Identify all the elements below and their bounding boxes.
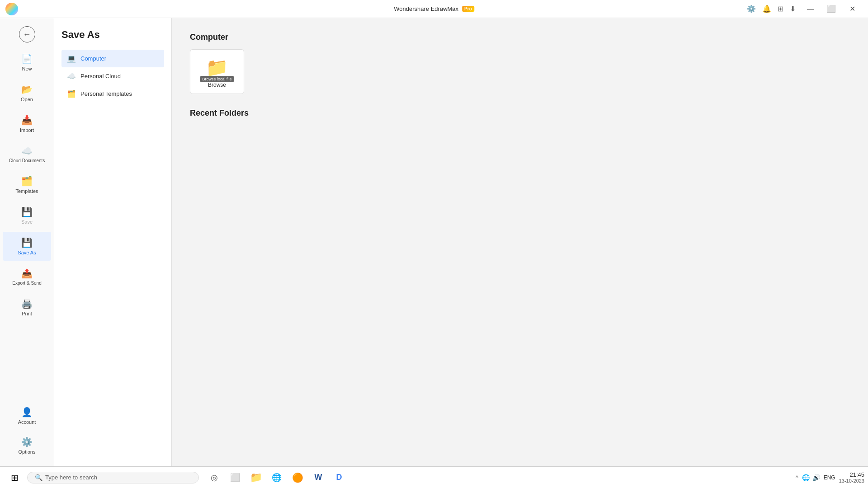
taskbar: ⊞ 🔍 Type here to search ◎ ⬜ 📁 🌐 🟠 W D ^ … bbox=[0, 466, 868, 488]
sidebar-item-label-import: Import bbox=[20, 127, 34, 133]
taskbar-app-chrome[interactable]: 🟠 bbox=[288, 468, 307, 488]
open-icon: 📂 bbox=[21, 84, 33, 95]
taskbar-app-word[interactable]: W bbox=[308, 468, 328, 488]
user-avatar[interactable] bbox=[5, 3, 18, 15]
download-icon[interactable]: ⬇ bbox=[790, 5, 796, 13]
settings-icon[interactable]: ⚙️ bbox=[747, 5, 756, 13]
start-icon: ⊞ bbox=[11, 472, 19, 483]
taskbar-app-fileexplorer[interactable]: 📁 bbox=[246, 468, 266, 488]
titlebar-right: ⚙️ 🔔 ⊞ ⬇ — ⬜ ✕ bbox=[747, 2, 863, 16]
tray-clock[interactable]: 21:45 13-10-2023 bbox=[839, 471, 864, 483]
new-icon: 📄 bbox=[21, 53, 33, 64]
personal-cloud-icon: ☁️ bbox=[67, 72, 76, 80]
save-icon: 💾 bbox=[21, 206, 33, 217]
sidebar-item-label-cloud: Cloud Documents bbox=[9, 158, 45, 163]
window-controls: — ⬜ ✕ bbox=[800, 2, 863, 16]
titlebar: Wondershare EdrawMax Pro ⚙️ 🔔 ⊞ ⬇ — ⬜ ✕ bbox=[0, 0, 868, 18]
search-icon: 🔍 bbox=[35, 474, 42, 481]
sidebar-item-label-account: Account bbox=[18, 419, 36, 425]
sidebar-item-options[interactable]: ⚙️ Options bbox=[3, 431, 51, 460]
bell-icon[interactable]: 🔔 bbox=[762, 5, 771, 13]
tray-date: 13-10-2023 bbox=[839, 478, 864, 483]
sidebar-item-export[interactable]: 📤 Export & Send bbox=[3, 263, 51, 291]
taskbar-apps: ◎ ⬜ 📁 🌐 🟠 W D bbox=[204, 468, 349, 488]
sidebar-item-new[interactable]: 📄 New bbox=[3, 48, 51, 77]
browse-card[interactable]: 📁 Browse local file Browse bbox=[190, 49, 244, 94]
sidebar-item-saveas[interactable]: 💾 Save As bbox=[3, 232, 51, 261]
toolbar-icons: ⚙️ 🔔 ⊞ ⬇ bbox=[747, 5, 796, 13]
print-icon: 🖨️ bbox=[21, 298, 33, 309]
maximize-button[interactable]: ⬜ bbox=[821, 2, 842, 16]
folder-icon: 📁 bbox=[206, 57, 228, 78]
taskbar-app-edrawmax[interactable]: D bbox=[329, 468, 349, 488]
titlebar-center: Wondershare EdrawMax Pro bbox=[394, 5, 474, 12]
export-icon: 📤 bbox=[21, 268, 33, 279]
taskbar-app-edge[interactable]: 🌐 bbox=[267, 468, 287, 488]
pro-badge: Pro bbox=[462, 6, 474, 12]
taskbar-app-search[interactable]: ◎ bbox=[204, 468, 224, 488]
nav-back[interactable]: ← bbox=[0, 22, 54, 47]
sidebar-item-label-open: Open bbox=[21, 97, 33, 102]
section-heading-recent: Recent Folders bbox=[190, 108, 850, 118]
sidebar-item-label-templates: Templates bbox=[15, 188, 38, 194]
tray-speaker-icon[interactable]: 🔊 bbox=[812, 474, 820, 481]
cloud-icon: ☁️ bbox=[21, 145, 33, 156]
sidebar-item-account[interactable]: 👤 Account bbox=[3, 401, 51, 430]
tray-network-icon[interactable]: 🌐 bbox=[802, 474, 810, 481]
left-nav: ← 📄 New 📂 Open 📥 Import ☁️ Cloud Documen… bbox=[0, 18, 54, 466]
panel-title: Save As bbox=[61, 29, 164, 41]
panel-item-computer[interactable]: 💻 Computer bbox=[61, 50, 164, 67]
tray-icons: 🌐 🔊 bbox=[802, 474, 820, 481]
personal-templates-icon: 🗂️ bbox=[67, 89, 76, 98]
panel-item-label-computer: Computer bbox=[80, 55, 106, 62]
options-icon: ⚙️ bbox=[21, 436, 33, 447]
sidebar-item-print[interactable]: 🖨️ Print bbox=[3, 293, 51, 322]
back-button[interactable]: ← bbox=[19, 26, 35, 42]
minimize-button[interactable]: — bbox=[800, 2, 821, 16]
panel-item-label-personal-cloud: Personal Cloud bbox=[80, 73, 121, 80]
close-button[interactable]: ✕ bbox=[842, 2, 863, 16]
sidebar-item-import[interactable]: 📥 Import bbox=[3, 109, 51, 138]
section-heading-computer: Computer bbox=[190, 33, 850, 42]
search-placeholder: Type here to search bbox=[45, 474, 97, 481]
taskbar-search[interactable]: 🔍 Type here to search bbox=[27, 472, 199, 483]
taskbar-app-taskview[interactable]: ⬜ bbox=[225, 468, 245, 488]
panel-item-personal-templates[interactable]: 🗂️ Personal Templates bbox=[61, 85, 164, 103]
panel-section: 💻 Computer ☁️ Personal Cloud 🗂️ Personal… bbox=[61, 50, 164, 103]
tray-language[interactable]: ENG bbox=[824, 474, 835, 481]
grid-icon[interactable]: ⊞ bbox=[778, 5, 783, 13]
browse-overlay-label: Browse local file bbox=[200, 76, 233, 82]
sidebar-item-label-options: Options bbox=[19, 449, 36, 455]
app-title: Wondershare EdrawMax bbox=[394, 5, 458, 12]
middle-panel: Save As 💻 Computer ☁️ Personal Cloud 🗂️ … bbox=[54, 18, 172, 466]
sidebar-item-templates[interactable]: 🗂️ Templates bbox=[3, 170, 51, 199]
browse-card-label: Browse bbox=[208, 82, 226, 88]
main-content: Computer 📁 Browse local file Browse Rece… bbox=[172, 18, 868, 466]
sidebar-item-open[interactable]: 📂 Open bbox=[3, 79, 51, 108]
taskbar-tray: ^ 🌐 🔊 ENG 21:45 13-10-2023 bbox=[796, 471, 864, 483]
sidebar-item-cloud[interactable]: ☁️ Cloud Documents bbox=[3, 140, 51, 169]
sidebar-item-label-export: Export & Send bbox=[12, 281, 41, 286]
computer-icon: 💻 bbox=[67, 54, 76, 63]
tray-time: 21:45 bbox=[839, 471, 864, 478]
tray-chevron[interactable]: ^ bbox=[796, 474, 798, 481]
templates-icon: 🗂️ bbox=[21, 176, 33, 187]
panel-item-label-personal-templates: Personal Templates bbox=[80, 90, 132, 97]
sidebar-item-label-saveas: Save As bbox=[18, 250, 36, 255]
import-icon: 📥 bbox=[21, 115, 33, 126]
nav-bottom: 👤 Account ⚙️ Options bbox=[0, 400, 54, 466]
saveas-icon: 💾 bbox=[21, 237, 33, 248]
sidebar-item-label-save: Save bbox=[21, 219, 33, 225]
sidebar-item-label-new: New bbox=[22, 66, 32, 71]
sidebar-item-save: 💾 Save bbox=[3, 201, 51, 230]
panel-item-personal-cloud[interactable]: ☁️ Personal Cloud bbox=[61, 67, 164, 85]
start-button[interactable]: ⊞ bbox=[4, 467, 25, 488]
file-cards: 📁 Browse local file Browse bbox=[190, 49, 850, 94]
app-body: ← 📄 New 📂 Open 📥 Import ☁️ Cloud Documen… bbox=[0, 18, 868, 466]
account-icon: 👤 bbox=[21, 407, 33, 418]
sidebar-item-label-print: Print bbox=[22, 311, 32, 316]
